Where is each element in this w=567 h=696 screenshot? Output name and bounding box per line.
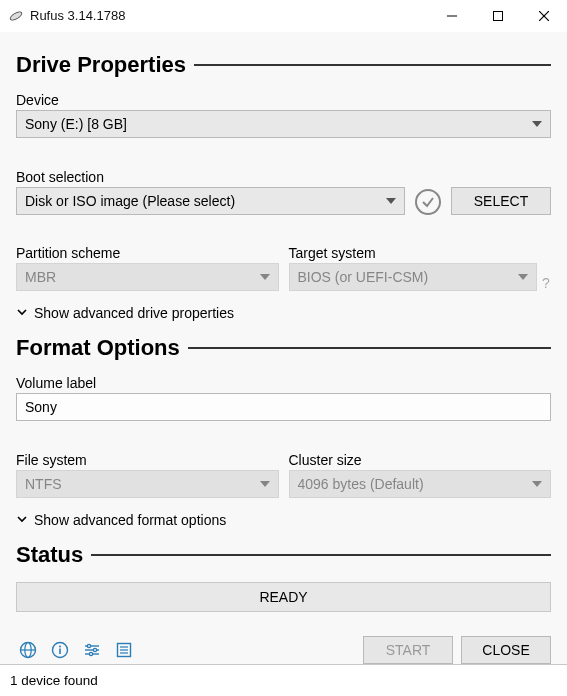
maximize-button[interactable]	[475, 0, 521, 32]
advanced-format-toggle[interactable]: Show advanced format options	[16, 512, 551, 528]
section-title: Format Options	[16, 335, 180, 361]
status-bar: READY	[16, 582, 551, 612]
boot-selection-label: Boot selection	[16, 169, 551, 185]
check-iso-icon[interactable]	[415, 189, 441, 215]
select-iso-button[interactable]: SELECT	[451, 187, 551, 215]
format-options-heading: Format Options	[16, 335, 551, 361]
help-icon[interactable]: ?	[541, 275, 551, 291]
target-system-select[interactable]: BIOS (or UEFI-CSM)	[289, 263, 538, 291]
advanced-drive-label: Show advanced drive properties	[34, 305, 234, 321]
cluster-size-label: Cluster size	[289, 452, 552, 468]
file-system-label: File system	[16, 452, 279, 468]
section-title: Status	[16, 542, 83, 568]
advanced-format-label: Show advanced format options	[34, 512, 226, 528]
cluster-size-select[interactable]: 4096 bytes (Default)	[289, 470, 552, 498]
statusbar: 1 device found	[0, 664, 567, 696]
advanced-drive-toggle[interactable]: Show advanced drive properties	[16, 305, 551, 321]
file-system-select[interactable]: NTFS	[16, 470, 279, 498]
partition-scheme-select[interactable]: MBR	[16, 263, 279, 291]
volume-label-input[interactable]	[16, 393, 551, 421]
device-label: Device	[16, 92, 551, 108]
app-icon	[8, 8, 24, 24]
close-window-button[interactable]	[521, 0, 567, 32]
device-select[interactable]: Sony (E:) [8 GB]	[16, 110, 551, 138]
info-icon[interactable]	[48, 638, 72, 662]
drive-properties-heading: Drive Properties	[16, 52, 551, 78]
partition-scheme-label: Partition scheme	[16, 245, 279, 261]
svg-point-10	[59, 646, 61, 648]
target-system-label: Target system	[289, 245, 552, 261]
sliders-icon[interactable]	[80, 638, 104, 662]
chevron-down-icon	[16, 512, 28, 528]
boot-selection-select[interactable]: Disk or ISO image (Please select)	[16, 187, 405, 215]
svg-point-13	[87, 644, 90, 647]
close-button[interactable]: CLOSE	[461, 636, 551, 664]
svg-rect-11	[59, 649, 61, 655]
svg-point-17	[89, 652, 92, 655]
minimize-button[interactable]	[429, 0, 475, 32]
chevron-down-icon	[16, 305, 28, 321]
status-heading: Status	[16, 542, 551, 568]
log-icon[interactable]	[112, 638, 136, 662]
window-title: Rufus 3.14.1788	[30, 8, 125, 23]
svg-rect-3	[494, 11, 503, 20]
statusbar-text: 1 device found	[10, 673, 98, 688]
globe-icon[interactable]	[16, 638, 40, 662]
section-title: Drive Properties	[16, 52, 186, 78]
volume-label-label: Volume label	[16, 375, 551, 391]
svg-point-15	[93, 648, 96, 651]
titlebar: Rufus 3.14.1788	[0, 0, 567, 32]
start-button[interactable]: START	[363, 636, 453, 664]
